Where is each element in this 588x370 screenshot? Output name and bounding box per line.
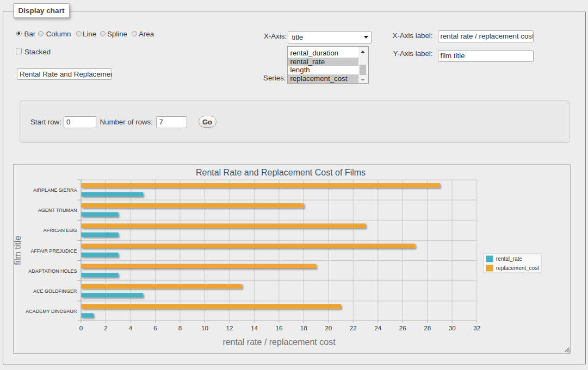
svg-text:24: 24 — [374, 324, 382, 331]
svg-text:0: 0 — [79, 324, 83, 331]
svg-text:18: 18 — [300, 324, 307, 331]
svg-text:4: 4 — [129, 324, 133, 331]
svg-text:22: 22 — [350, 324, 357, 331]
svg-text:AFRICAN EGG: AFRICAN EGG — [43, 228, 77, 233]
svg-text:rental_rate: rental_rate — [496, 256, 522, 262]
svg-text:Rental Rate and Replacement Co: Rental Rate and Replacement Cost of Film… — [196, 168, 366, 177]
svg-text:20: 20 — [325, 324, 332, 331]
svg-text:28: 28 — [424, 324, 431, 331]
svg-text:replacement_cost: replacement_cost — [496, 265, 539, 271]
svg-text:ACE GOLDFINGER: ACE GOLDFINGER — [33, 289, 77, 294]
svg-text:rental rate / replacement cost: rental rate / replacement cost — [222, 337, 336, 347]
svg-text:14: 14 — [251, 324, 258, 331]
svg-text:AIRPLANE SIERRA: AIRPLANE SIERRA — [33, 187, 77, 193]
svg-text:ADAPTATION HOLES: ADAPTATION HOLES — [28, 268, 77, 274]
svg-text:6: 6 — [153, 324, 157, 331]
svg-text:16: 16 — [275, 324, 282, 331]
svg-text:26: 26 — [399, 324, 406, 331]
svg-text:film title: film title — [13, 236, 22, 265]
svg-text:8: 8 — [178, 324, 182, 331]
svg-text:30: 30 — [449, 324, 456, 331]
svg-text:10: 10 — [201, 324, 209, 331]
svg-text:2: 2 — [104, 324, 108, 331]
svg-text:AFFAIR PREJUDICE: AFFAIR PREJUDICE — [30, 248, 77, 254]
svg-text:12: 12 — [226, 324, 233, 331]
svg-text:ACADEMY DINOSAUR: ACADEMY DINOSAUR — [26, 309, 77, 314]
svg-text:32: 32 — [473, 324, 480, 331]
svg-text:AGENT TRUMAN: AGENT TRUMAN — [38, 208, 77, 213]
